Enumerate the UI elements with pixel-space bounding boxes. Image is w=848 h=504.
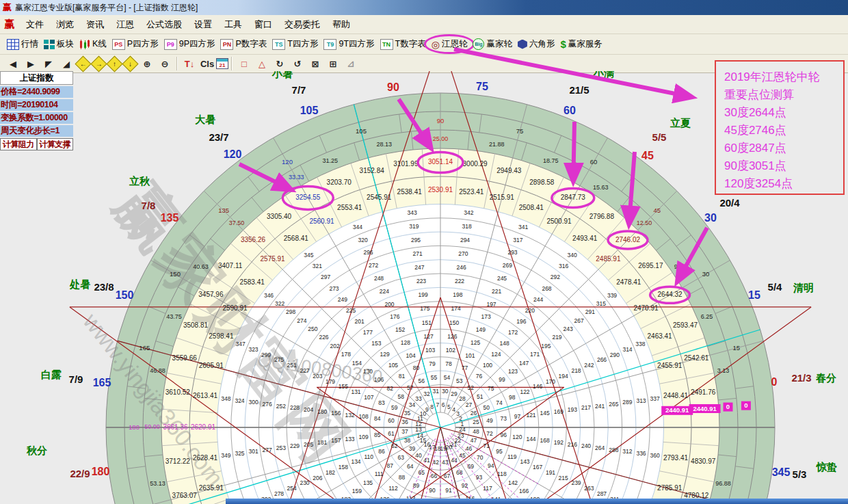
svg-text:314: 314 [622, 346, 632, 353]
svg-text:179: 179 [326, 378, 335, 385]
svg-text:297: 297 [321, 274, 330, 280]
svg-text:226: 226 [319, 334, 328, 341]
svg-text:6: 6 [442, 401, 445, 408]
toolbar-p-number-table-button[interactable]: PNP数字表 [217, 37, 269, 51]
tool-board-button[interactable]: ⊿ [342, 58, 360, 70]
menu-3[interactable]: 江恩 [110, 19, 140, 29]
svg-text:46.88: 46.88 [150, 367, 165, 374]
tool-cls-button[interactable]: Cls [198, 58, 216, 70]
svg-text:242: 242 [584, 362, 594, 369]
tool-step-forward-button[interactable]: ◢ [57, 58, 75, 70]
toolbar-quotes-button[interactable]: 行情 [4, 37, 41, 51]
toolbar-gann-wheel-button[interactable]: ◎江恩轮 [429, 37, 471, 51]
toolbar-t-square-button[interactable]: TST四方形 [269, 37, 321, 51]
svg-text:18.75: 18.75 [543, 157, 559, 164]
svg-text:345: 345 [304, 252, 313, 258]
separator [176, 57, 178, 70]
menu-8[interactable]: 交易委托 [278, 19, 326, 29]
tool-rotate-ccw-button[interactable]: ↺ [289, 58, 306, 70]
svg-text:224: 224 [380, 288, 389, 295]
svg-text:53.13: 53.13 [150, 480, 165, 487]
svg-text:192: 192 [554, 439, 564, 446]
menu-0[interactable]: 文件 [20, 19, 50, 29]
svg-text:22/9: 22/9 [70, 468, 90, 479]
svg-text:30: 30 [702, 270, 710, 278]
svg-text:65: 65 [418, 469, 425, 476]
tool-fit-view-button[interactable]: ⊞ [324, 58, 342, 70]
svg-text:126: 126 [447, 333, 457, 340]
tool-shift-right-button[interactable]: → [90, 55, 107, 72]
menu-9[interactable]: 帮助 [326, 19, 356, 29]
svg-text:2500.91: 2500.91 [546, 217, 572, 225]
svg-text:0: 0 [726, 403, 730, 410]
svg-text:96: 96 [501, 432, 507, 438]
svg-text:2553.41: 2553.41 [337, 204, 362, 211]
svg-text:12.50: 12.50 [637, 220, 652, 226]
svg-text:320: 320 [358, 237, 368, 243]
svg-text:225: 225 [346, 307, 356, 314]
toolbar-t-number-table-button[interactable]: TNT数字表 [377, 37, 429, 51]
toolbar-winner-service-button[interactable]: $赢家服务 [557, 37, 605, 51]
svg-text:227: 227 [300, 367, 309, 374]
svg-text:59: 59 [391, 404, 398, 411]
svg-text:143: 143 [520, 458, 529, 465]
tool-t-cursor-button[interactable]: T↓ [181, 58, 198, 70]
svg-text:112: 112 [388, 485, 398, 492]
toolbar-sectors-button[interactable]: 板块 [41, 37, 77, 51]
svg-text:立秋: 立秋 [129, 175, 150, 187]
svg-text:266: 266 [597, 356, 607, 363]
svg-text:360: 360 [650, 452, 660, 459]
toolbar-winner-wheel-button[interactable]: Big赢家轮 [470, 37, 515, 51]
tool-zoom-in-button[interactable]: ⊕ [138, 58, 156, 70]
separator [231, 57, 233, 70]
winner-service-label: 赢家服务 [568, 38, 602, 50]
toolbar-9p-square-button[interactable]: P99P四方形 [161, 37, 218, 51]
svg-text:109: 109 [359, 434, 369, 440]
svg-text:102: 102 [446, 347, 455, 354]
tool-rotate-cw-button[interactable]: ↻ [271, 58, 289, 70]
svg-text:3661.36: 3661.36 [163, 423, 188, 431]
menu-5[interactable]: 设置 [188, 19, 218, 29]
menu-2[interactable]: 资讯 [80, 19, 110, 29]
tool-shift-up-button[interactable]: ↑ [106, 55, 122, 72]
svg-text:2644.32: 2644.32 [658, 291, 683, 298]
menu-7[interactable]: 窗口 [248, 19, 278, 29]
tool-pan-right-button[interactable]: ▶ [22, 58, 40, 70]
tool-calendar-button[interactable]: 21 [216, 58, 228, 69]
menu-4[interactable]: 公式选股 [140, 19, 188, 29]
toolbar-9t-square-button[interactable]: T99T四方形 [321, 37, 377, 51]
tool-rect-tool-button[interactable]: □ [235, 58, 253, 70]
tool-step-back-button[interactable]: ◤ [40, 58, 57, 70]
menu-1[interactable]: 浏览 [50, 19, 80, 29]
svg-text:2628.41: 2628.41 [193, 454, 218, 462]
svg-text:2620.91: 2620.91 [191, 423, 216, 431]
svg-text:79: 79 [429, 360, 436, 367]
toolbar-hexagon-button[interactable]: 六角形 [515, 37, 558, 51]
toolbar-kline-button[interactable]: K线 [77, 37, 109, 51]
svg-text:90: 90 [429, 487, 436, 494]
tool-pan-left-button[interactable]: ◀ [4, 58, 22, 70]
calc-resistance-button[interactable]: 计算阻力 [0, 138, 37, 150]
svg-text:151: 151 [422, 319, 432, 326]
svg-text:271: 271 [413, 250, 423, 257]
svg-text:202: 202 [330, 343, 340, 349]
svg-text:小暑: 小暑 [271, 71, 293, 79]
svg-text:294: 294 [460, 237, 470, 243]
tool-shift-down-button[interactable]: ↓ [122, 55, 138, 72]
tool-zoom-out-button[interactable]: ⊖ [156, 58, 174, 70]
svg-text:44: 44 [451, 457, 458, 464]
svg-text:惊蛰: 惊蛰 [816, 461, 837, 473]
menu-6[interactable]: 工具 [218, 19, 248, 29]
svg-text:66: 66 [431, 473, 438, 479]
tool-shift-left-button[interactable]: ← [75, 55, 91, 72]
tool-delete-box-button[interactable]: ⊠ [306, 58, 324, 70]
9t-square-label: 9T四方形 [339, 38, 374, 50]
tool-triangle-tool-button[interactable]: △ [253, 58, 271, 70]
svg-text:101: 101 [465, 352, 475, 359]
svg-text:0: 0 [744, 401, 747, 409]
svg-text:200: 200 [384, 301, 394, 308]
toolbar-p-square-button[interactable]: PSP四方形 [109, 37, 161, 51]
calc-support-button[interactable]: 计算支撑 [37, 138, 74, 150]
svg-text:252: 252 [276, 403, 286, 410]
svg-text:37: 37 [401, 428, 408, 435]
